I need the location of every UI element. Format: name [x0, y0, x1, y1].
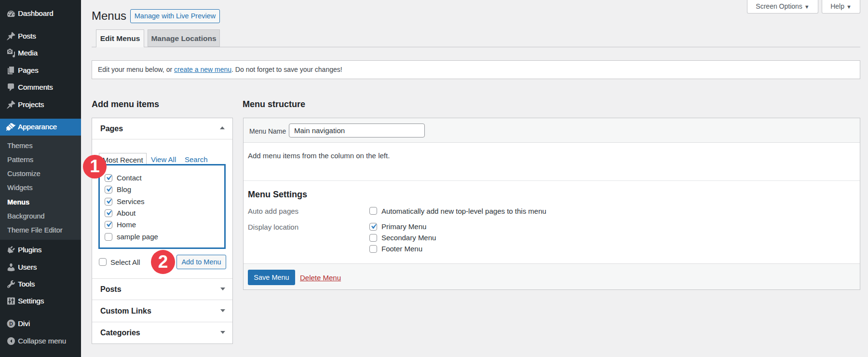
svg-text:D: D [9, 321, 13, 327]
